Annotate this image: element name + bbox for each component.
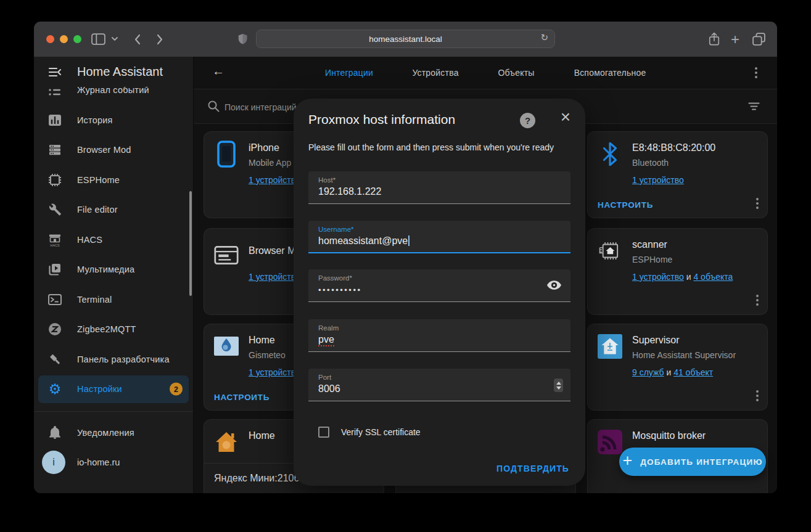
tab-helpers[interactable]: Вспомогательное bbox=[574, 68, 646, 78]
sidebar-toggle-icon[interactable] bbox=[47, 65, 62, 80]
header-more-options-icon[interactable] bbox=[755, 67, 757, 78]
port-field[interactable]: Port 8006 bbox=[308, 369, 570, 401]
reload-icon[interactable]: ↻ bbox=[540, 32, 548, 43]
wrench-icon bbox=[47, 202, 62, 217]
more-options-icon[interactable] bbox=[756, 390, 759, 401]
url-bar[interactable]: homeassistant.local ↻ bbox=[256, 30, 555, 48]
configure-button[interactable]: НАСТРОИТЬ bbox=[214, 393, 270, 402]
sidebar-scrollbar[interactable] bbox=[189, 191, 192, 296]
password-value: •••••••••• bbox=[318, 284, 561, 297]
close-icon[interactable]: × bbox=[561, 107, 570, 127]
username-field[interactable]: Username* homeassistant@pve bbox=[308, 221, 570, 253]
sidebar-item-media[interactable]: Мультимедиа bbox=[34, 255, 193, 285]
devices-link[interactable]: 1 устройство bbox=[249, 175, 300, 185]
minimize-window-button[interactable] bbox=[60, 35, 68, 43]
tab-devices[interactable]: Устройства bbox=[412, 68, 458, 78]
sidebar-item-label: HACS bbox=[77, 235, 102, 245]
browser-window: homeassistant.local ↻ + Home Assistant Ж… bbox=[34, 22, 777, 493]
devices-link[interactable]: 1 устройство bbox=[249, 272, 300, 282]
back-arrow-icon[interactable]: ← bbox=[212, 64, 224, 78]
sidebar: Home Assistant Журнал событий История Br… bbox=[34, 57, 194, 493]
bell-icon bbox=[47, 425, 62, 440]
tab-entities[interactable]: Объекты bbox=[498, 68, 534, 78]
sidebar-header: Home Assistant bbox=[34, 57, 193, 87]
entities-link[interactable]: 4 объекта bbox=[693, 272, 733, 282]
services-link[interactable]: 9 служб bbox=[632, 367, 664, 377]
shield-extension-icon[interactable] bbox=[237, 22, 248, 57]
show-password-icon[interactable] bbox=[546, 280, 562, 293]
configure-button[interactable]: НАСТРОИТЬ bbox=[598, 200, 653, 210]
verify-ssl-checkbox-row[interactable]: Verify SSL certificate bbox=[318, 427, 421, 438]
conjunction: и bbox=[666, 367, 671, 377]
card-subtitle: Mobile App bbox=[249, 158, 291, 168]
card-title: Supervisor bbox=[632, 335, 679, 346]
dialog-subtitle: Please fill out the form and then press … bbox=[308, 142, 554, 152]
back-button[interactable] bbox=[134, 22, 141, 57]
submit-button[interactable]: ПОДТВЕРДИТЬ bbox=[496, 464, 569, 473]
sidebar-item-profile[interactable]: i io-home.ru bbox=[34, 448, 193, 478]
page-header: ← Интеграции Устройства Объекты Вспомога… bbox=[194, 57, 777, 89]
add-integration-button[interactable]: + ДОБАВИТЬ ИНТЕГРАЦИЮ bbox=[619, 448, 766, 476]
card-supervisor: Supervisor Home Assistant Supervisor 9 с… bbox=[587, 324, 768, 411]
password-field[interactable]: Password* •••••••••• bbox=[308, 269, 570, 302]
card-subtitle: Home Assistant Supervisor bbox=[632, 350, 736, 360]
host-field[interactable]: Host* 192.168.1.222 bbox=[308, 171, 570, 204]
entities-link[interactable]: 41 объект bbox=[673, 367, 713, 377]
browser-toolbar: homeassistant.local ↻ + bbox=[34, 22, 777, 57]
sidebar-item-label: File editor bbox=[77, 205, 118, 215]
app-title: Home Assistant bbox=[77, 65, 163, 79]
bluetooth-icon bbox=[598, 142, 622, 166]
devices-link[interactable]: 1 устройство bbox=[632, 272, 684, 282]
number-stepper[interactable] bbox=[554, 379, 563, 392]
sidebar-item-esphome[interactable]: ESPHome bbox=[34, 165, 193, 195]
checkbox[interactable] bbox=[318, 427, 329, 438]
card-scanner: scanner ESPHome 1 устройство и 4 объекта bbox=[587, 228, 768, 315]
devices-link[interactable]: 1 устройство bbox=[249, 367, 300, 377]
help-button[interactable]: ? bbox=[520, 113, 535, 128]
sidebar-item-label: Terminal bbox=[77, 295, 112, 305]
sidebar-item-terminal[interactable]: Terminal bbox=[34, 285, 193, 315]
sidebar-item-hacs[interactable]: HACS HACS bbox=[34, 225, 193, 255]
tab-integrations[interactable]: Интеграции bbox=[325, 68, 373, 78]
sidebar-item-zigbee2mqtt[interactable]: Zigbee2MQTT bbox=[34, 314, 193, 345]
sidebar-item-history[interactable]: История bbox=[34, 105, 193, 136]
sidebar-item-notifications[interactable]: Уведомления bbox=[34, 418, 193, 448]
gear-icon: ⚙ bbox=[47, 382, 62, 396]
svg-text:HACS: HACS bbox=[51, 243, 60, 247]
share-icon[interactable] bbox=[708, 22, 720, 57]
filter-icon[interactable] bbox=[747, 100, 760, 115]
hacs-store-icon: HACS bbox=[47, 232, 62, 247]
supervisor-logo bbox=[598, 334, 622, 359]
sidebar-item-browser-mod[interactable]: Browser Mod bbox=[34, 135, 193, 165]
screen: homeassistant.local ↻ + Home Assistant Ж… bbox=[0, 0, 811, 532]
card-title: E8:48:B8:C8:20:00 bbox=[632, 142, 715, 153]
sidebar-item-settings[interactable]: ⚙ Настройки 2 bbox=[34, 374, 193, 404]
card-links: 1 устройство bbox=[249, 272, 300, 282]
sidebar-item-label: Мультимедиа bbox=[77, 264, 134, 274]
search-icon bbox=[207, 100, 220, 115]
sidebar-item-developer-tools[interactable]: Панель разработчика bbox=[34, 345, 193, 375]
host-label: Host* bbox=[318, 176, 561, 184]
url-text: homeassistant.local bbox=[369, 35, 442, 44]
tab-overview-icon[interactable] bbox=[752, 22, 766, 57]
more-options-icon[interactable] bbox=[756, 295, 759, 306]
more-options-icon[interactable] bbox=[756, 198, 759, 209]
avatar: i bbox=[42, 451, 65, 474]
port-value: 8006 bbox=[318, 383, 561, 395]
zoom-window-button[interactable] bbox=[73, 35, 81, 43]
sidebar-panel-icon[interactable] bbox=[91, 22, 105, 57]
sidebar-item-file-editor[interactable]: File editor bbox=[34, 195, 193, 225]
close-window-button[interactable] bbox=[46, 35, 54, 43]
realm-field[interactable]: Realm pve bbox=[308, 319, 570, 352]
card-title: Mosquitto broker bbox=[632, 430, 706, 441]
realm-value: pve bbox=[318, 334, 334, 346]
devices-link[interactable]: 1 устройство bbox=[632, 175, 684, 185]
new-tab-button[interactable]: + bbox=[731, 22, 739, 57]
forward-button[interactable] bbox=[157, 22, 163, 57]
chevron-down-icon[interactable] bbox=[112, 22, 118, 57]
server-stack-icon bbox=[47, 142, 62, 157]
sidebar-item-label: io-home.ru bbox=[77, 457, 120, 467]
username-label: Username* bbox=[318, 226, 561, 233]
sidebar-item-label: Панель разработчика bbox=[77, 354, 170, 364]
checkbox-label: Verify SSL certificate bbox=[341, 427, 421, 437]
